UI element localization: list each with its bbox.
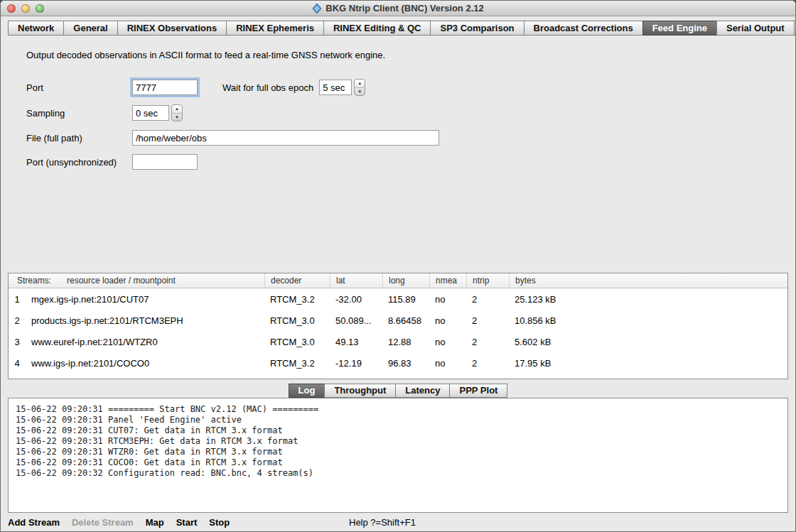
log-line: 15-06-22 09:20:31 ========= Start BNC v2… [16, 404, 780, 415]
cell-mountpoint: mgex.igs-ip.net:2101/CUT07 [26, 288, 264, 310]
log-line: 15-06-22 09:20:32 Configuration read: BN… [16, 468, 780, 479]
cell-ntrip: 2 [466, 331, 509, 352]
map-button[interactable]: Map [146, 517, 164, 528]
port-label: Port [26, 82, 132, 93]
main-tab-bar: Network General RINEX Observations RINEX… [1, 16, 795, 36]
tab-rinex-ephemeris[interactable]: RINEX Ephemeris [226, 21, 324, 36]
cell-long: 12.88 [382, 331, 429, 352]
wait-epoch-stepper-down-button[interactable]: ▼ [355, 88, 365, 96]
wait-epoch-input[interactable] [319, 80, 352, 95]
wait-epoch-stepper-up-button[interactable]: ▲ [355, 80, 365, 88]
cell-decoder: RTCM_3.2 [264, 352, 330, 374]
tab-rinex-editing-qc[interactable]: RINEX Editing & QC [323, 21, 431, 36]
cell-lat: 50.089... [330, 310, 382, 331]
log-line: 15-06-22 09:20:31 CUT07: Get data in RTC… [16, 425, 780, 436]
port-unsynchronized-input[interactable] [132, 154, 198, 170]
row-number: 3 [9, 331, 26, 352]
tab-broadcast-corrections[interactable]: Broadcast Corrections [524, 21, 643, 36]
sampling-stepper-down-button[interactable]: ▼ [172, 114, 182, 121]
tab-scroll-left-button[interactable]: ◀ [794, 21, 796, 36]
tab-feed-engine[interactable]: Feed Engine [642, 21, 717, 36]
help-text: Help ?=Shift+F1 [349, 517, 416, 528]
tab-serial-output[interactable]: Serial Output [716, 21, 795, 36]
cell-ntrip: 2 [466, 288, 509, 310]
cell-long: 96.83 [382, 352, 429, 374]
header-decoder: decoder [264, 273, 330, 288]
port-unsync-label: Port (unsynchronized) [26, 157, 132, 168]
cell-decoder: RTCM_3.0 [264, 310, 330, 331]
cell-bytes: 10.856 kB [509, 310, 787, 331]
tab-log[interactable]: Log [289, 384, 326, 398]
tab-general[interactable]: General [63, 21, 117, 36]
stop-button[interactable]: Stop [209, 517, 230, 528]
header-lat: lat [330, 273, 382, 288]
sampling-stepper: ▲ ▼ [171, 104, 183, 121]
row-number: 2 [9, 310, 26, 331]
cell-long: 115.89 [382, 288, 429, 310]
tab-throughput[interactable]: Throughput [324, 384, 396, 398]
row-number: 4 [9, 352, 26, 374]
delete-stream-button[interactable]: Delete Stream [72, 517, 134, 528]
minimize-button[interactable] [21, 4, 30, 13]
bottom-action-bar: Add Stream Delete Stream Map Start Stop … [1, 513, 795, 531]
cell-ntrip: 2 [466, 352, 509, 374]
sampling-row: Sampling ▲ ▼ [26, 104, 795, 121]
cell-bytes: 17.95 kB [509, 352, 787, 374]
sampling-input[interactable] [132, 105, 169, 121]
file-label: File (full path) [26, 133, 132, 143]
tab-network[interactable]: Network [8, 21, 64, 36]
tab-ppp-plot[interactable]: PPP Plot [449, 384, 507, 398]
table-row[interactable]: 2 products.igs-ip.net:2101/RTCM3EPH RTCM… [9, 310, 787, 331]
cell-mountpoint: products.igs-ip.net:2101/RTCM3EPH [26, 310, 264, 331]
start-button[interactable]: Start [176, 517, 198, 528]
header-nmea: nmea [429, 273, 466, 288]
log-output[interactable]: 15-06-22 09:20:31 ========= Start BNC v2… [8, 398, 788, 513]
log-line: 15-06-22 09:20:31 RTCM3EPH: Get data in … [16, 436, 780, 447]
file-row: File (full path) [26, 130, 795, 146]
log-line: 15-06-22 09:20:31 Panel 'Feed Engine' ac… [16, 415, 780, 425]
cell-lat: -12.19 [330, 352, 382, 374]
zoom-button[interactable] [36, 4, 44, 13]
sampling-stepper-up-button[interactable]: ▲ [172, 105, 182, 114]
header-streams-mountpoint: Streams: resource loader / mountpoint [9, 273, 264, 288]
cell-decoder: RTCM_3.0 [264, 331, 330, 352]
sampling-label: Sampling [26, 108, 132, 119]
cell-lat: 49.13 [330, 331, 382, 352]
cell-nmea: no [429, 352, 466, 374]
close-button[interactable] [7, 4, 16, 13]
app-window: BKG Ntrip Client (BNC) Version 2.12 Netw… [0, 0, 796, 532]
tab-sp3-comparison[interactable]: SP3 Comparison [430, 21, 524, 36]
wait-epoch-label: Wait for full obs epoch [222, 82, 313, 93]
window-title-area: BKG Ntrip Client (BNC) Version 2.12 [312, 3, 483, 13]
port-unsync-row: Port (unsynchronized) [26, 154, 795, 170]
streams-table: Streams: resource loader / mountpoint de… [8, 273, 788, 379]
header-long: long [382, 273, 429, 288]
panel-description: Output decoded observations in ASCII for… [26, 50, 795, 60]
cell-bytes: 25.123 kB [509, 288, 787, 310]
tab-rinex-observations[interactable]: RINEX Observations [117, 21, 227, 36]
header-ntrip: ntrip [466, 273, 509, 288]
header-bytes: bytes [509, 273, 787, 288]
header-streams-label: Streams: [17, 276, 51, 286]
window-title: BKG Ntrip Client (BNC) Version 2.12 [326, 3, 483, 13]
window-controls [7, 4, 44, 13]
tab-latency[interactable]: Latency [395, 384, 450, 398]
port-row: Port Wait for full obs epoch ▲ ▼ [26, 79, 795, 96]
table-row[interactable]: 4 www.igs-ip.net:2101/COCO0 RTCM_3.2 -12… [9, 352, 787, 374]
cell-ntrip: 2 [466, 310, 509, 331]
app-icon [312, 4, 322, 13]
row-number: 1 [9, 288, 26, 310]
file-path-input[interactable] [132, 130, 439, 146]
wait-epoch-stepper: ▲ ▼ [354, 79, 365, 96]
cell-long: 8.66458 [382, 310, 429, 331]
table-row[interactable]: 1 mgex.igs-ip.net:2101/CUT07 RTCM_3.2 -3… [9, 288, 787, 310]
port-input[interactable] [132, 80, 198, 95]
cell-nmea: no [429, 331, 466, 352]
table-row[interactable]: 3 www.euref-ip.net:2101/WTZR0 RTCM_3.0 4… [9, 331, 787, 352]
cell-mountpoint: www.euref-ip.net:2101/WTZR0 [26, 331, 264, 352]
log-line: 15-06-22 09:20:31 COCO0: Get data in RTC… [16, 457, 780, 468]
cell-nmea: no [429, 310, 466, 331]
add-stream-button[interactable]: Add Stream [8, 517, 60, 528]
header-mountpoint-label: resource loader / mountpoint [67, 276, 176, 286]
cell-bytes: 5.602 kB [509, 331, 787, 352]
